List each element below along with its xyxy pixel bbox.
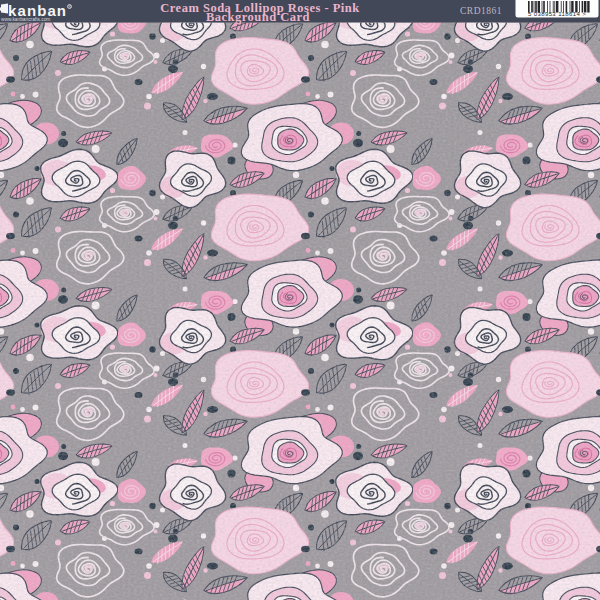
svg-text:kanban: kanban bbox=[8, 2, 67, 19]
svg-text:Background Card: Background Card bbox=[206, 10, 310, 24]
svg-text:5 038953 118614 >: 5 038953 118614 > bbox=[528, 11, 586, 17]
svg-text:www.kanbancrafts.com: www.kanbancrafts.com bbox=[1, 17, 50, 22]
svg-text:CRD1861: CRD1861 bbox=[460, 6, 502, 16]
